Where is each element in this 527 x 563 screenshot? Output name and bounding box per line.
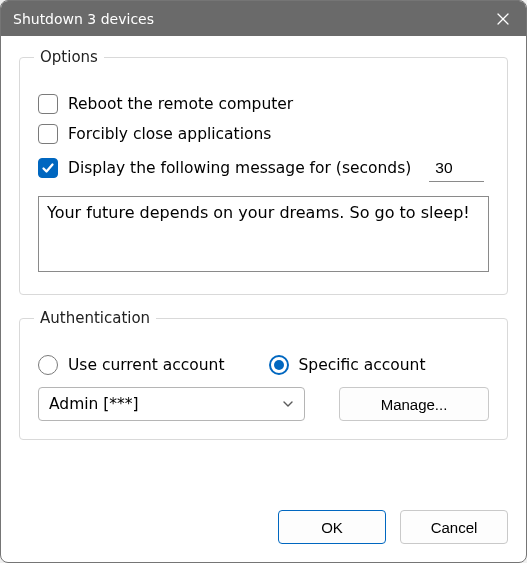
auth-radio-row: Use current account Specific account [38, 355, 489, 375]
force-close-checkbox[interactable] [38, 124, 58, 144]
display-message-row: Display the following message for (secon… [38, 154, 489, 182]
specific-account-label[interactable]: Specific account [299, 356, 426, 374]
authentication-group: Authentication Use current account Speci… [19, 309, 508, 440]
check-icon [41, 161, 55, 175]
reboot-row: Reboot the remote computer [38, 94, 489, 114]
authentication-legend: Authentication [34, 309, 156, 327]
close-icon [497, 13, 509, 25]
dialog-footer: OK Cancel [19, 500, 508, 544]
use-current-account-radio[interactable] [38, 355, 58, 375]
display-message-label[interactable]: Display the following message for (secon… [68, 159, 411, 177]
reboot-label[interactable]: Reboot the remote computer [68, 95, 293, 113]
manage-button[interactable]: Manage... [339, 387, 489, 421]
message-textarea[interactable] [38, 196, 489, 272]
cancel-button[interactable]: Cancel [400, 510, 508, 544]
account-dropdown-value: Admin [***] [49, 395, 282, 413]
account-dropdown[interactable]: Admin [***] [38, 387, 305, 421]
use-current-account-label[interactable]: Use current account [68, 356, 224, 374]
display-message-checkbox[interactable] [38, 158, 58, 178]
force-close-label[interactable]: Forcibly close applications [68, 125, 271, 143]
options-legend: Options [34, 48, 104, 66]
ok-button[interactable]: OK [278, 510, 386, 544]
reboot-checkbox[interactable] [38, 94, 58, 114]
window-title: Shutdown 3 devices [13, 11, 154, 27]
chevron-down-icon [282, 398, 294, 410]
options-group: Options Reboot the remote computer Forci… [19, 48, 508, 295]
specific-account-radio[interactable] [269, 355, 289, 375]
client-area: Options Reboot the remote computer Forci… [1, 36, 526, 562]
force-close-row: Forcibly close applications [38, 124, 489, 144]
dialog-window: Shutdown 3 devices Options Reboot the re… [0, 0, 527, 563]
close-button[interactable] [480, 1, 526, 36]
seconds-input[interactable] [429, 154, 484, 182]
title-bar: Shutdown 3 devices [1, 1, 526, 36]
auth-controls-row: Admin [***] Manage... [38, 387, 489, 421]
